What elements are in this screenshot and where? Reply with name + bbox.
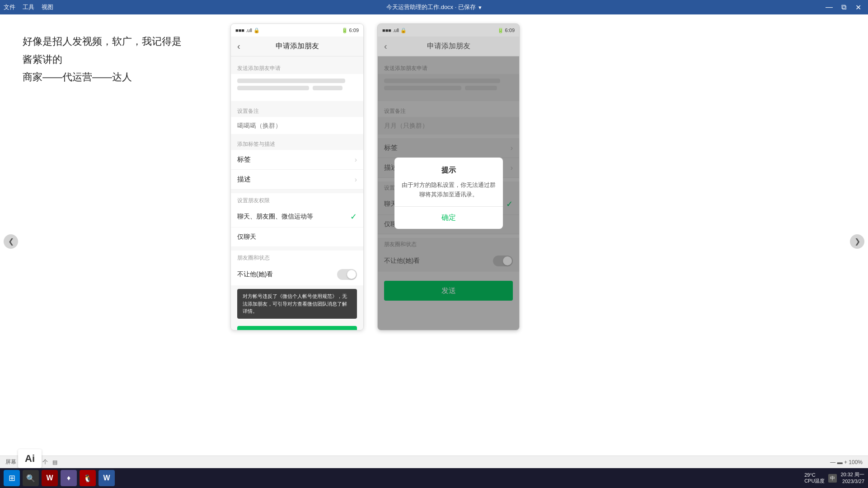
modal-confirm-button[interactable]: 确定: [394, 207, 503, 229]
modal-overlay: 提示 由于对方的隐私设置，你无法通过群聊将其添加至通讯录。 确定: [378, 56, 519, 330]
ai-label: Ai: [25, 453, 35, 465]
taskbar-search-button[interactable]: 🔍: [23, 470, 39, 486]
phone1-blurred-input: [231, 74, 363, 101]
nav-arrow-right[interactable]: ❯: [850, 234, 864, 249]
phone1-back-button[interactable]: ‹: [237, 41, 240, 51]
phone1-desc-row[interactable]: 描述 ›: [231, 170, 363, 190]
word-status-bar: 屏幕 3-5，共 5 个 ▤ — ▬ + 100%: [0, 455, 868, 468]
ai-watermark: Ai: [18, 449, 42, 468]
clock-date: 2023/3/27: [840, 478, 864, 485]
app3-icon: ♦: [67, 474, 70, 482]
modal-body: 由于对方的隐私设置，你无法通过群聊将其添加至通讯录。: [394, 179, 503, 207]
phone1-tags-section-label: 添加标签与描述: [231, 138, 363, 150]
phone1-header: ‹ 申请添加朋友: [231, 37, 363, 56]
cpu-temp: 29°C CPU温度: [804, 472, 825, 484]
layout-icon: ▤: [52, 459, 57, 465]
phone1-remark-field[interactable]: [231, 117, 363, 134]
search-icon: 🔍: [26, 474, 35, 483]
modal-box: 提示 由于对方的隐私设置，你无法通过群聊将其添加至通讯录。 确定: [394, 158, 503, 229]
nav-arrow-left[interactable]: ❮: [4, 234, 18, 249]
taskbar-word-button[interactable]: W: [99, 470, 115, 486]
phone1-moments-toggle-label: 不让他(她)看: [237, 270, 273, 279]
title-bar-menus: 文件 工具 视图: [4, 3, 53, 11]
restore-button[interactable]: ⧉: [837, 2, 850, 12]
phone1-tooltip: 对方帐号违反了《微信个人帐号使用规范》，无法添加朋友，可引导对方查看微信团队消息…: [237, 289, 357, 319]
phone1-permission-row1[interactable]: 聊天、朋友圈、微信运动等 ✓: [231, 206, 363, 228]
phone1-tags-section: 标签 › 描述 ›: [231, 150, 363, 190]
phone1-header-title: 申请添加朋友: [276, 42, 319, 51]
phone1-moments-label: 朋友圈和状态: [231, 251, 363, 264]
phone1-blur-line1: [237, 79, 345, 83]
phone1-status-bar: ■■■ .ull 🔒 🔋 6:09: [231, 24, 363, 37]
wps-icon: W: [46, 474, 53, 482]
menu-tools[interactable]: 工具: [23, 3, 34, 11]
phone1-battery: 🔋 6:09: [342, 28, 359, 33]
phone1-send-btn-area: 发送: [231, 321, 363, 330]
taskbar-windows-button[interactable]: ⊞: [4, 470, 20, 486]
status-bar-right: — ▬ + 100%: [830, 459, 863, 465]
phone1-moments-section: 朋友圈和状态 不让他(她)看: [231, 251, 363, 285]
phone1-permission-label: 设置朋友权限: [231, 193, 363, 206]
taskbar-apps: ⊞ 🔍 W ♦ 🐧 W: [4, 470, 115, 486]
phone1-section1-label: 发送添加朋友申请: [231, 62, 363, 74]
phone1-remark-input[interactable]: [237, 122, 357, 129]
text-line-1: 好像是招人发视频，软广，我记得是: [23, 33, 221, 51]
document-title: 今天运营助理的工作.docx · 已保存: [386, 3, 476, 11]
text-line-2: 酱紫讲的: [23, 51, 221, 69]
title-bar-controls: — ⧉ ✕: [823, 2, 864, 12]
phone-mockup-2: ■■■ .ull 🔒 🔋 6:09 ‹ 申请添加朋友 发送添加朋友申请: [377, 23, 520, 330]
phone1-signal: ■■■ .ull 🔒: [235, 28, 260, 33]
input-lang-zh[interactable]: 中: [828, 474, 837, 483]
menu-file[interactable]: 文件: [4, 3, 15, 11]
word-icon: W: [103, 474, 110, 482]
phone1-permission-section: 设置朋友权限 聊天、朋友圈、微信运动等 ✓ 仅聊天: [231, 193, 363, 247]
phone1-permission1-text: 聊天、朋友圈、微信运动等: [237, 213, 313, 221]
phone1-content: 发送添加朋友申请 设置备注 添加标签与描述 标签: [231, 56, 363, 330]
phone2-content: 发送添加朋友申请 设置备注 月月（只换群） 标签: [378, 56, 519, 330]
phone2-battery: 🔋 6:09: [497, 28, 515, 33]
taskbar-app3-button[interactable]: ♦: [61, 470, 77, 486]
phone2-status-bar: ■■■ .ull 🔒 🔋 6:09: [378, 24, 519, 37]
title-bar: 文件 工具 视图 今天运营助理的工作.docx · 已保存 ▾ — ⧉ ✕: [0, 0, 868, 14]
phone1-send-button[interactable]: 发送: [237, 326, 357, 330]
phone1-permission2-text: 仅聊天: [237, 233, 256, 241]
phone1-section2-label: 设置备注: [231, 105, 363, 117]
sys-tray: 29°C CPU温度: [804, 472, 825, 484]
phone2-header: ‹ 申请添加朋友: [378, 37, 519, 56]
phones-area: ■■■ .ull 🔒 🔋 6:09 ‹ 申请添加朋友 发送添加朋友申请: [230, 23, 520, 330]
phone2-back-button[interactable]: ‹: [384, 41, 387, 51]
zoom-controls[interactable]: — ▬ + 100%: [830, 459, 863, 465]
phone1-tags-row[interactable]: 标签 ›: [231, 150, 363, 170]
app4-icon: 🐧: [83, 474, 92, 483]
phone1-check-icon: ✓: [350, 212, 357, 222]
phone-mockup-1: ■■■ .ull 🔒 🔋 6:09 ‹ 申请添加朋友 发送添加朋友申请: [230, 23, 364, 330]
phone2-header-title: 申请添加朋友: [427, 42, 470, 51]
title-bar-title: 今天运营助理的工作.docx · 已保存 ▾: [386, 3, 482, 11]
modal-title: 提示: [394, 158, 503, 179]
phone1-blur-line2: [237, 86, 309, 90]
taskbar-wps-button[interactable]: W: [42, 470, 58, 486]
taskbar: ⊞ 🔍 W ♦ 🐧 W 29°C CPU温度 中 20:32 周一 2023/3…: [0, 468, 868, 488]
phone1-moments-row: 不让他(她)看: [231, 264, 363, 285]
phone1-tag-chevron-icon: ›: [355, 156, 357, 164]
minimize-button[interactable]: —: [823, 2, 835, 12]
phone1-toggle-switch[interactable]: [337, 269, 357, 280]
text-line-3: 商家——代运营——达人: [23, 68, 221, 86]
taskbar-clock: 20:32 周一 2023/3/27: [840, 471, 864, 485]
menu-view[interactable]: 视图: [42, 3, 53, 11]
document-text: 好像是招人发视频，软广，我记得是 酱紫讲的 商家——代运营——达人: [14, 23, 230, 95]
taskbar-app4-button[interactable]: 🐧: [80, 470, 96, 486]
dropdown-icon[interactable]: ▾: [479, 4, 482, 11]
phone1-permission-row2[interactable]: 仅聊天: [231, 228, 363, 247]
taskbar-right: 29°C CPU温度 中 20:32 周一 2023/3/27: [804, 471, 864, 485]
phone2-signal: ■■■ .ull 🔒: [382, 28, 407, 33]
windows-icon: ⊞: [9, 473, 15, 483]
phone1-tag-label: 标签: [237, 155, 251, 164]
main-area: 好像是招人发视频，软广，我记得是 酱紫讲的 商家——代运营——达人 ❮ ■■■ …: [0, 14, 868, 468]
phone1-desc-chevron-icon: ›: [355, 176, 357, 184]
clock-time: 20:32 周一: [840, 471, 864, 478]
phone1-desc-label: 描述: [237, 175, 251, 184]
phone1-blur-line3: [313, 86, 343, 90]
close-button[interactable]: ✕: [852, 2, 864, 12]
